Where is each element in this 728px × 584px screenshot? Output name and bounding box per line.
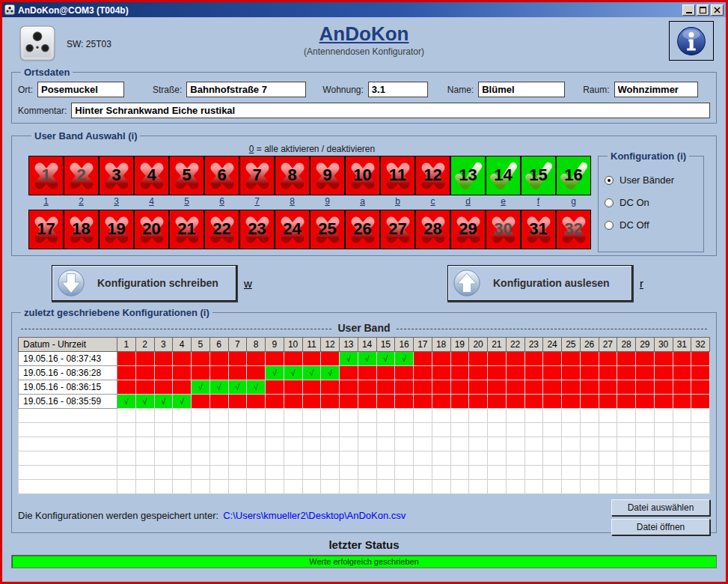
band-cell-inactive — [506, 395, 524, 409]
select-file-button[interactable]: Datei auswählen — [611, 499, 710, 516]
userband-button-5[interactable]: 5 — [169, 156, 204, 195]
configuration-history-table: Datum - Uhrzeit1234567891011121314151617… — [18, 337, 710, 494]
name-field[interactable] — [478, 82, 565, 97]
band-cell-active: √ — [266, 366, 284, 380]
userband-button-23[interactable]: 23 — [239, 210, 275, 249]
history-empty-row — [19, 466, 710, 480]
band-cell-inactive — [414, 380, 432, 395]
band-cell-active: √ — [247, 380, 266, 395]
userband-button-20[interactable]: 20 — [134, 210, 169, 249]
open-file-button[interactable]: Datei öffnen — [611, 519, 710, 535]
userband-button-24[interactable]: 24 — [275, 210, 310, 249]
userband-button-22[interactable]: 22 — [204, 210, 239, 249]
userband-button-27[interactable]: 27 — [380, 210, 415, 249]
empty-cell — [340, 437, 358, 451]
band-cell-inactive — [376, 380, 395, 395]
read-configuration-button[interactable]: Konfiguration auslesen — [447, 265, 632, 301]
userband-button-11[interactable]: 11 — [380, 156, 415, 195]
column-header-24: 24 — [543, 338, 562, 352]
userband-button-15[interactable]: 15 — [521, 156, 556, 195]
radio-option-dc-off[interactable]: DC Off — [605, 219, 697, 231]
userband-button-number: 4 — [135, 166, 168, 183]
empty-cell — [376, 423, 395, 437]
band-cell-inactive — [524, 366, 543, 380]
empty-cell — [543, 480, 562, 494]
empty-cell — [469, 451, 488, 466]
empty-cell — [376, 466, 395, 480]
userband-button-13[interactable]: 13 — [450, 156, 486, 195]
close-button[interactable] — [711, 4, 724, 16]
userband-button-19[interactable]: 19 — [99, 210, 134, 249]
empty-cell — [673, 409, 691, 423]
band-cell-inactive — [414, 352, 432, 366]
history-empty-row — [19, 423, 710, 437]
empty-cell — [266, 423, 284, 437]
empty-cell — [154, 409, 173, 423]
userband-button-17[interactable]: 17 — [28, 210, 64, 249]
band-cell-inactive — [302, 380, 321, 395]
column-header-15: 15 — [376, 338, 395, 352]
radio-icon[interactable] — [605, 198, 614, 207]
wohnung-field[interactable] — [368, 82, 428, 97]
userband-button-30[interactable]: 30 — [486, 210, 521, 249]
userband-button-9[interactable]: 9 — [310, 156, 345, 195]
band-cell-active: √ — [173, 395, 192, 409]
userband-button-32[interactable]: 32 — [556, 210, 591, 249]
userband-button-10[interactable]: 10 — [345, 156, 380, 195]
band-cell-inactive — [209, 395, 228, 409]
userband-button-18[interactable]: 18 — [64, 210, 99, 249]
userband-button-4[interactable]: 4 — [134, 156, 169, 195]
empty-cell — [562, 466, 581, 480]
file-path-link[interactable]: C:\Users\kmueller2\Desktop\AnDoKon.csv — [223, 510, 406, 521]
userband-button-14[interactable]: 14 — [486, 156, 521, 195]
kommentar-field[interactable] — [71, 103, 710, 118]
strasse-field[interactable] — [186, 82, 306, 97]
empty-cell — [209, 409, 228, 423]
userband-button-7[interactable]: 7 — [239, 156, 275, 195]
radio-option-dc-on[interactable]: DC On — [605, 197, 697, 208]
band-cell-inactive — [340, 380, 358, 395]
empty-cell — [358, 466, 376, 480]
userband-button-21[interactable]: 21 — [169, 210, 204, 249]
info-button[interactable] — [669, 21, 714, 61]
userband-button-31[interactable]: 31 — [521, 210, 556, 249]
band-cell-inactive — [117, 366, 136, 380]
minimize-button[interactable] — [682, 4, 695, 16]
band-cell-inactive — [135, 380, 154, 395]
band-cell-inactive — [636, 380, 655, 395]
userband-button-12[interactable]: 12 — [415, 156, 450, 195]
userband-hotkey-row: 123456789abcdefg — [28, 196, 596, 207]
radio-icon[interactable] — [605, 221, 614, 230]
userband-button-16[interactable]: 16 — [556, 156, 591, 195]
radio-option-user-b-nder[interactable]: User Bänder — [605, 174, 697, 186]
ort-field[interactable] — [37, 82, 124, 97]
ortsdaten-legend: Ortsdaten — [21, 67, 73, 78]
band-cell-inactive — [209, 366, 228, 380]
write-configuration-button[interactable]: Konfiguration schreiben — [52, 265, 236, 301]
band-cell-inactive — [488, 395, 507, 409]
maximize-button[interactable] — [697, 4, 709, 16]
raum-field[interactable] — [614, 82, 698, 97]
status-message: Werte erfolgreich geschrieben — [12, 556, 716, 568]
userband-button-8[interactable]: 8 — [275, 156, 310, 195]
userband-button-6[interactable]: 6 — [204, 156, 239, 195]
empty-cell — [19, 423, 117, 437]
userband-button-2[interactable]: 2 — [64, 156, 99, 195]
userband-button-number: 3 — [100, 166, 133, 183]
userband-button-1[interactable]: 1 — [28, 156, 64, 195]
userband-button-25[interactable]: 25 — [310, 210, 345, 249]
userband-button-28[interactable]: 28 — [415, 210, 450, 249]
radio-icon[interactable] — [605, 176, 614, 185]
empty-cell — [691, 437, 710, 451]
band-cell-inactive — [469, 352, 488, 366]
band-cell-inactive — [562, 366, 581, 380]
userband-button-26[interactable]: 26 — [345, 210, 380, 249]
band-cell-inactive — [395, 395, 414, 409]
empty-cell — [284, 423, 302, 437]
file-note: Die Konfigurationen werden gespeichert u… — [18, 510, 218, 521]
empty-cell — [488, 466, 507, 480]
band-cell-inactive — [321, 395, 340, 409]
userband-button-3[interactable]: 3 — [99, 156, 134, 195]
userband-button-29[interactable]: 29 — [450, 210, 486, 249]
userband-button-number: 15 — [521, 166, 555, 183]
